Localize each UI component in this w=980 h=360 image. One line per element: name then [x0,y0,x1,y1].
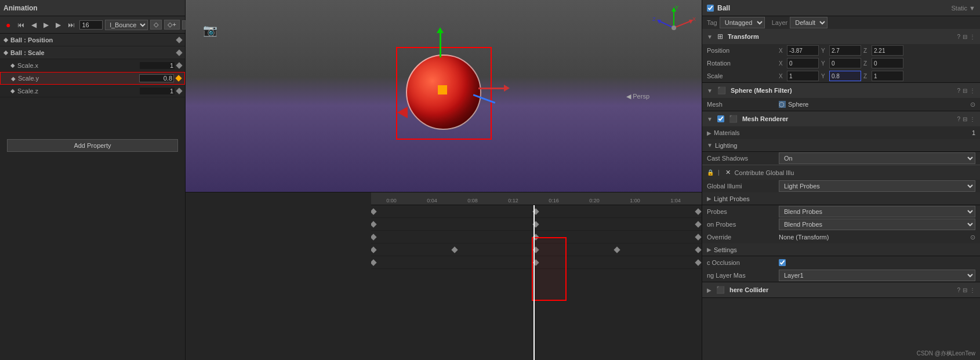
cast-shadows-select[interactable]: On [779,152,975,164]
frame-number-input[interactable] [79,20,103,30]
mesh-renderer-section: ▼ ⬛ Mesh Renderer ? ⊟ ⋮ ▶ Materials 1 ▼ … [702,111,980,282]
tag-label: Tag [707,19,717,26]
property-ball-scale[interactable]: ◆ Ball : Scale [0,46,185,59]
rotation-x-input[interactable] [787,58,819,68]
object-name: Ball [717,4,730,12]
timeline-tracks: 0:00 0:04 0:08 0:12 0:16 0:20 1:00 1:04 … [371,192,702,360]
mesh-renderer-settings-icon[interactable]: ⊟ [963,116,967,122]
scale-x-inspector-input[interactable] [787,71,819,81]
scene-object [403,52,484,133]
sphere-collider-help-icon[interactable]: ? [957,287,960,293]
object-active-checkbox[interactable] [707,5,714,12]
kf-scale-end [695,221,701,227]
additional-settings-header[interactable]: ▶ Settings [702,243,980,256]
rotation-x-label: X [779,60,786,67]
mesh-picker-icon[interactable]: ⊙ [970,101,975,108]
scale-y-value[interactable] [139,74,174,82]
light-probes-subsection-header[interactable]: ▶ Light Probes [702,192,980,205]
ruler-mark-1: 0:04 [412,198,452,203]
mesh-value: ⬡ Sphere [779,101,968,108]
probes-select[interactable]: Blend Probes [779,206,975,217]
rotation-z-input[interactable] [872,58,903,68]
prev-frame-button[interactable]: ◀ [29,20,39,30]
scale-y-inspector-input[interactable] [829,71,861,81]
kf-pos-end [695,208,701,214]
property-ball-position[interactable]: ◆ Ball : Position [0,34,185,46]
viewport[interactable]: 📷 ◀ Persp Y X Z [186,0,702,192]
kf-scalex-0 [371,234,377,240]
scale-z-label: Z [863,73,870,79]
scale-x-value[interactable] [140,62,175,69]
track-ball-position [371,205,702,218]
animation-header: Animation [0,0,185,16]
scale-z-inspector-input[interactable] [872,71,903,81]
dynamic-occlusion-row: c Occlusion [702,256,980,269]
prop-name-scale-y: Scale.y [18,75,139,82]
layer-select[interactable]: Default [790,17,827,28]
timeline-content: 0:00 0:04 0:08 0:12 0:16 0:20 1:00 1:04 … [186,192,702,360]
property-scale-y[interactable]: ◆ Scale.y [0,72,185,85]
scale-x-field: X [779,71,819,81]
mesh-renderer-icon: ⬛ [729,115,738,123]
key-diamond-button[interactable]: ◇ [150,20,162,30]
dynamic-occlusion-checkbox[interactable] [779,259,786,266]
position-z-field: Z [863,45,903,56]
transform-icons: ? ⊟ ⋮ [957,34,975,40]
light-probes-title: Light Probes [714,195,750,202]
record-button[interactable]: ● [3,19,13,31]
scale-z-value[interactable] [140,88,175,94]
tag-layer-row: Tag Untagged Layer Default [702,16,980,29]
mesh-filter-help-icon[interactable]: ? [957,88,960,94]
tag-select[interactable]: Untagged [720,17,765,28]
override-picker-icon[interactable]: ⊙ [970,234,975,241]
transform-settings-icon[interactable]: ⊟ [963,34,967,40]
clip-select[interactable]: l_Bounce [105,20,148,30]
sphere-collider-more-icon[interactable]: ⋮ [970,287,975,293]
add-property-area: Add Property [0,132,185,159]
rotation-row: Rotation X Y Z [702,57,980,70]
mesh-renderer-checkbox[interactable] [717,115,724,122]
property-scale-x[interactable]: ◆ Scale.x [0,59,185,72]
rotation-y-input[interactable] [829,58,861,68]
position-z-input[interactable] [872,45,903,56]
persp-label: ◀ Persp [626,92,649,100]
ruler-marks: 0:00 0:04 0:08 0:12 0:16 0:20 1:00 1:04 … [371,192,702,205]
svg-text:Z: Z [652,16,656,22]
rotation-z-label: Z [863,60,870,67]
gizmo-x-neg-tip [397,107,408,118]
rotation-label: Rotation [707,60,776,67]
ruler-mark-3: 0:12 [493,198,533,203]
property-scale-z[interactable]: ◆ Scale.z [0,85,185,97]
lighting-subsection-header[interactable]: ▼ Lighting [702,139,980,152]
playhead[interactable] [533,205,535,360]
position-y-input[interactable] [829,45,861,56]
kf-scaley-2 [451,246,458,253]
svg-text:X: X [692,16,696,22]
sphere-collider-settings-icon[interactable]: ⊟ [963,287,967,293]
tracks-area[interactable] [371,205,702,360]
key-add-button[interactable]: ◇+ [164,20,179,30]
rendering-layer-select[interactable]: Layer1 [779,270,975,281]
prev-keyframe-button[interactable]: ⏮ [15,20,27,30]
transform-section: ▼ ⊞ Transform ? ⊟ ⋮ Position X Y [702,29,980,83]
next-keyframe-button[interactable]: ⏭ [66,20,77,30]
transform-help-icon[interactable]: ? [957,34,960,40]
materials-row[interactable]: ▶ Materials 1 [702,126,980,139]
transform-more-icon[interactable]: ⋮ [970,34,975,40]
mesh-renderer-more-icon[interactable]: ⋮ [970,116,975,122]
materials-label: Materials [714,129,740,136]
position-x-input[interactable] [787,45,819,56]
mesh-filter-more-icon[interactable]: ⋮ [970,88,975,94]
global-illumi-row: Global Illumi Light Probes [702,180,980,192]
play-button[interactable]: ▶ [41,20,51,30]
add-property-button[interactable]: Add Property [7,139,178,152]
position-icon: ◆ [3,37,8,43]
mesh-filter-settings-icon[interactable]: ⊟ [963,88,967,94]
next-frame-button[interactable]: ▶ [53,20,63,30]
materials-count: 1 [972,129,975,136]
mesh-renderer-help-icon[interactable]: ? [957,116,960,122]
ruler-mark-5: 0:20 [574,198,615,203]
global-illumi-select[interactable]: Light Probes [779,180,975,192]
anchor-probes-select[interactable]: Blend Probes [779,219,975,230]
rotation-z-field: Z [863,58,903,68]
